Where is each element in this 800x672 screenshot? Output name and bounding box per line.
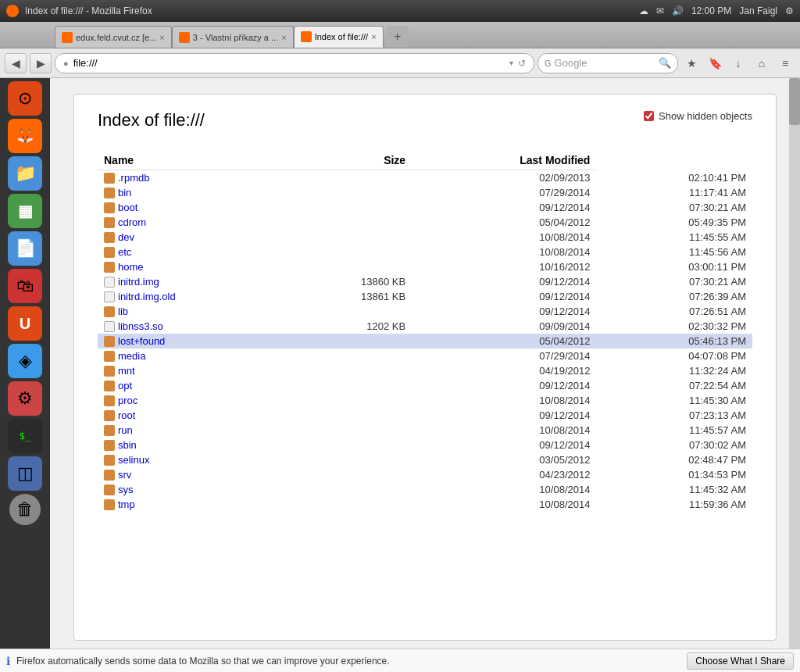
table-row[interactable]: sys10/08/201411:45:32 AM xyxy=(98,482,752,497)
tab-close-1[interactable]: × xyxy=(159,33,164,42)
table-row[interactable]: dev10/08/201411:45:55 AM xyxy=(98,230,752,245)
file-link[interactable]: media xyxy=(118,350,145,362)
table-row[interactable]: cdrom05/04/201205:49:35 PM xyxy=(98,215,752,230)
tab-edux[interactable]: edux.feld.cvut.cz [e... × xyxy=(55,26,172,48)
file-link[interactable]: srv xyxy=(118,469,131,481)
table-row[interactable]: mnt04/19/201211:32:24 AM xyxy=(98,363,752,378)
show-hidden-checkbox[interactable] xyxy=(644,111,654,121)
forward-button[interactable]: ▶ xyxy=(30,53,52,73)
sidebar-item-ubuntu[interactable]: ⊙ xyxy=(8,81,42,116)
file-link[interactable]: run xyxy=(118,424,133,436)
table-row[interactable]: selinux03/05/201202:48:47 PM xyxy=(98,452,752,467)
file-time-cell: 11:59:36 AM xyxy=(596,497,752,512)
table-row[interactable]: .rpmdb02/09/201302:10:41 PM xyxy=(98,170,752,186)
file-name-cell: sbin xyxy=(98,438,285,452)
tab-label-1: edux.feld.cvut.cz [e... xyxy=(76,33,156,42)
dropbox-tray-icon[interactable]: ☁ xyxy=(639,5,648,16)
bookmark-button[interactable]: ★ xyxy=(681,53,702,73)
home-button[interactable]: ⌂ xyxy=(752,53,772,73)
file-link[interactable]: .rpmdb xyxy=(118,172,149,184)
file-link[interactable]: initrd.img xyxy=(118,276,159,288)
sidebar-item-reader[interactable]: 📄 xyxy=(8,231,42,266)
reload-button[interactable]: ↺ xyxy=(518,58,526,69)
sidebar-item-dropbox[interactable]: ◈ xyxy=(8,344,42,378)
table-row[interactable]: sbin09/12/201407:30:02 AM xyxy=(98,438,752,452)
sidebar-item-ubuntu2[interactable]: U xyxy=(8,306,42,341)
file-link[interactable]: bin xyxy=(118,187,131,198)
search-input[interactable]: Google xyxy=(555,57,655,69)
table-row[interactable]: boot09/12/201407:30:21 AM xyxy=(98,200,752,215)
reader-view-button[interactable]: 🔖 xyxy=(705,53,725,73)
file-link[interactable]: selinux xyxy=(118,454,149,466)
table-row[interactable]: lost+found05/04/201205:46:13 PM xyxy=(98,334,752,349)
table-row[interactable]: lib09/12/201407:26:51 AM xyxy=(98,304,752,319)
file-link[interactable]: etc xyxy=(118,246,131,258)
sidebar-item-trash[interactable]: 🗑 xyxy=(9,494,41,525)
tab-close-3[interactable]: × xyxy=(371,32,376,41)
table-row[interactable]: media07/29/201404:07:08 PM xyxy=(98,349,752,363)
address-bar[interactable]: ● file:/// ▾ ↺ xyxy=(55,53,534,73)
settings-tray-icon[interactable]: ⚙ xyxy=(785,5,794,16)
audio-tray-icon[interactable]: 🔊 xyxy=(672,5,684,16)
file-link[interactable]: mnt xyxy=(118,365,135,377)
tabbar: edux.feld.cvut.cz [e... × 3 - Vlastní př… xyxy=(0,22,800,48)
download-button[interactable]: ↓ xyxy=(728,53,748,73)
app-favicon xyxy=(6,5,19,17)
file-link[interactable]: sbin xyxy=(118,439,137,451)
table-row[interactable]: initrd.img13860 KB09/12/201407:30:21 AM xyxy=(98,274,752,289)
show-hidden-container: Show hidden objects xyxy=(644,110,752,122)
file-link[interactable]: sys xyxy=(118,484,134,495)
table-row[interactable]: libnss3.so1202 KB09/09/201402:30:32 PM xyxy=(98,319,752,334)
file-date-cell: 09/12/2014 xyxy=(412,289,596,304)
file-time-cell: 02:10:41 PM xyxy=(596,170,752,186)
choose-what-i-share-button[interactable]: Choose What I Share xyxy=(687,652,794,670)
table-row[interactable]: home10/16/201203:00:11 PM xyxy=(98,259,752,274)
tab-index[interactable]: Index of file:/// × xyxy=(294,26,384,48)
scrollbar-thumb[interactable] xyxy=(789,78,800,125)
file-name-cell: tmp xyxy=(98,497,285,512)
menu-button[interactable]: ≡ xyxy=(775,53,795,73)
file-link[interactable]: home xyxy=(118,261,144,273)
table-row[interactable]: bin07/29/201411:17:41 AM xyxy=(98,185,752,200)
file-link[interactable]: cdrom xyxy=(118,216,146,228)
tab-favicon-2 xyxy=(179,32,190,43)
tab-close-2[interactable]: × xyxy=(281,33,286,42)
sidebar-item-settings[interactable]: ⚙ xyxy=(8,381,42,416)
tab-vlastni[interactable]: 3 - Vlastní příkazy a ... × xyxy=(172,26,294,48)
show-hidden-label[interactable]: Show hidden objects xyxy=(659,110,752,122)
file-name-cell: bin xyxy=(98,185,285,200)
sidebar-item-terminal[interactable]: $_ xyxy=(8,419,42,453)
file-link[interactable]: initrd.img.old xyxy=(118,291,176,302)
table-row[interactable]: root09/12/201407:23:13 AM xyxy=(98,408,752,423)
table-row[interactable]: initrd.img.old13861 KB09/12/201407:26:39… xyxy=(98,289,752,304)
table-row[interactable]: srv04/23/201201:34:53 PM xyxy=(98,467,752,482)
sidebar-item-firefox[interactable]: 🦊 xyxy=(8,119,42,153)
mail-tray-icon[interactable]: ✉ xyxy=(656,5,664,16)
address-dropdown-icon[interactable]: ▾ xyxy=(509,59,513,67)
search-bar[interactable]: G Google 🔍 xyxy=(538,53,678,73)
sidebar-item-db[interactable]: ◫ xyxy=(8,456,42,491)
table-row[interactable]: etc10/08/201411:45:56 AM xyxy=(98,245,752,259)
back-button[interactable]: ◀ xyxy=(5,53,27,73)
file-link[interactable]: dev xyxy=(118,231,134,243)
table-row[interactable]: run10/08/201411:45:57 AM xyxy=(98,423,752,438)
file-link[interactable]: proc xyxy=(118,395,138,406)
file-link[interactable]: lib xyxy=(118,306,128,317)
file-link[interactable]: libnss3.so xyxy=(118,320,163,332)
sidebar-item-files[interactable]: 📁 xyxy=(8,156,42,191)
folder-icon xyxy=(104,336,115,347)
sidebar-item-spreadsheet[interactable]: ▦ xyxy=(8,194,42,228)
statusbar: ℹ Firefox automatically sends some data … xyxy=(0,649,800,672)
sidebar-item-software[interactable]: 🛍 xyxy=(8,269,42,303)
file-link[interactable]: root xyxy=(118,409,135,421)
table-row[interactable]: tmp10/08/201411:59:36 AM xyxy=(98,497,752,512)
file-link[interactable]: opt xyxy=(118,380,132,391)
table-row[interactable]: opt09/12/201407:22:54 AM xyxy=(98,378,752,393)
table-row[interactable]: proc10/08/201411:45:30 AM xyxy=(98,393,752,408)
search-go-icon[interactable]: 🔍 xyxy=(659,57,671,69)
file-link[interactable]: boot xyxy=(118,202,138,213)
file-link[interactable]: tmp xyxy=(118,499,135,510)
new-tab-button[interactable]: + xyxy=(387,26,409,48)
file-link[interactable]: lost+found xyxy=(118,335,165,347)
scrollbar[interactable] xyxy=(789,78,800,649)
